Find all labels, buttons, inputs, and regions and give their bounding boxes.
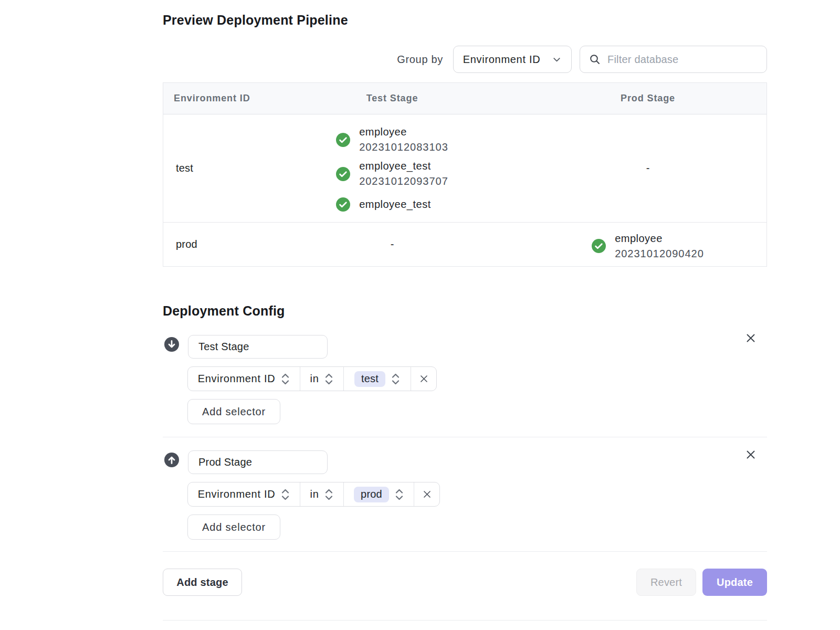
environment-id-cell: test	[163, 114, 268, 222]
selector-operator-select[interactable]: in	[300, 367, 343, 391]
database-version: 20231012083103	[359, 140, 448, 155]
stage-name-input[interactable]: Prod Stage	[188, 450, 328, 474]
close-icon	[746, 449, 756, 460]
pipeline-table-header: Environment ID Test Stage Prod Stage	[163, 83, 766, 114]
label-selector: Environment ID in test	[187, 366, 437, 391]
chevron-up-down-icon	[281, 488, 290, 501]
stage-block-prod: Prod Stage Environment ID in prod	[163, 450, 767, 540]
database-name: employee	[359, 124, 407, 140]
label-selector: Environment ID in prod	[187, 482, 440, 507]
selector-operator-select[interactable]: in	[300, 482, 343, 506]
selector-value-select[interactable]: prod	[343, 482, 414, 506]
chevron-up-down-icon	[395, 488, 404, 501]
test-stage-cell: employee 20231012083103 employee_test 20…	[268, 114, 516, 222]
chevron-up-down-icon	[391, 373, 400, 385]
column-header-environment-id: Environment ID	[163, 83, 268, 114]
database-stack: employee 20231012083103 employee_test 20…	[336, 124, 448, 212]
group-by-label: Group by	[397, 54, 443, 66]
test-stage-cell-empty: -	[268, 223, 516, 266]
check-circle-icon	[336, 197, 350, 212]
table-controls: Group by Environment ID	[163, 46, 767, 73]
deployment-pipeline-page: Preview Deployment Pipeline Group by Env…	[163, 13, 767, 621]
selector-key-select[interactable]: Environment ID	[188, 482, 300, 506]
chevron-up-down-icon	[281, 373, 290, 385]
footer-divider	[163, 551, 767, 552]
chevron-up-down-icon	[324, 488, 333, 501]
table-row-test: test employee 20231012083103 employee_te…	[163, 114, 766, 222]
pipeline-table: Environment ID Test Stage Prod Stage tes…	[163, 82, 767, 267]
add-stage-button[interactable]: Add stage	[163, 569, 242, 596]
page-title: Preview Deployment Pipeline	[163, 13, 767, 27]
arrow-up-circle-icon	[164, 453, 179, 467]
database-version: 20231012090420	[615, 246, 704, 261]
bottom-divider	[163, 620, 767, 621]
column-header-test-stage: Test Stage	[268, 83, 516, 114]
stage-name-input[interactable]: Test Stage	[188, 335, 328, 359]
chevron-down-icon	[552, 55, 562, 65]
revert-button[interactable]: Revert	[636, 569, 696, 596]
column-header-prod-stage: Prod Stage	[516, 83, 767, 114]
table-row-prod: prod - employee 20231012090420	[163, 222, 766, 266]
selector-value-select[interactable]: test	[343, 367, 411, 391]
group-by-selected-value: Environment ID	[463, 54, 541, 66]
chevron-up-down-icon	[324, 373, 333, 385]
database-version: 20231012093707	[359, 174, 448, 189]
update-button[interactable]: Update	[702, 569, 767, 596]
arrow-down-circle-icon	[164, 337, 179, 352]
stage-divider	[163, 437, 767, 437]
check-circle-icon	[336, 167, 350, 181]
database-name: employee	[615, 231, 663, 246]
add-selector-button[interactable]: Add selector	[187, 399, 280, 424]
database-item: employee_test 20231012093707	[336, 159, 448, 189]
search-icon	[589, 54, 601, 65]
database-name: employee_test	[359, 197, 431, 212]
selector-key-select[interactable]: Environment ID	[188, 367, 300, 391]
remove-selector-button[interactable]	[414, 482, 439, 506]
close-icon	[746, 333, 756, 343]
deployment-config-title: Deployment Config	[163, 304, 767, 318]
add-selector-button[interactable]: Add selector	[187, 514, 280, 540]
selector-value-badge: prod	[354, 487, 389, 502]
remove-stage-button[interactable]	[742, 446, 759, 463]
deployment-config-section: Deployment Config Test Stage Environment…	[163, 304, 767, 621]
selector-value-badge: test	[354, 371, 385, 387]
remove-stage-button[interactable]	[742, 330, 759, 346]
close-icon	[419, 374, 428, 383]
database-item: employee_test	[336, 197, 431, 212]
remove-selector-button[interactable]	[411, 367, 436, 391]
prod-stage-cell: employee 20231012090420	[516, 223, 767, 266]
database-item: employee 20231012083103	[336, 124, 448, 155]
stage-block-test: Test Stage Environment ID in test	[163, 335, 767, 424]
check-circle-icon	[336, 133, 350, 147]
prod-stage-cell-empty: -	[516, 114, 767, 222]
database-item: employee 20231012090420	[592, 231, 704, 261]
check-circle-icon	[592, 239, 606, 253]
group-by-select[interactable]: Environment ID	[453, 46, 572, 73]
filter-database-field	[580, 46, 767, 73]
config-footer: Add stage Revert Update	[163, 569, 767, 596]
environment-id-cell: prod	[163, 223, 268, 266]
database-name: employee_test	[359, 159, 431, 174]
close-icon	[423, 490, 432, 499]
database-stack: employee 20231012090420	[592, 231, 704, 261]
filter-database-input[interactable]	[607, 46, 766, 72]
